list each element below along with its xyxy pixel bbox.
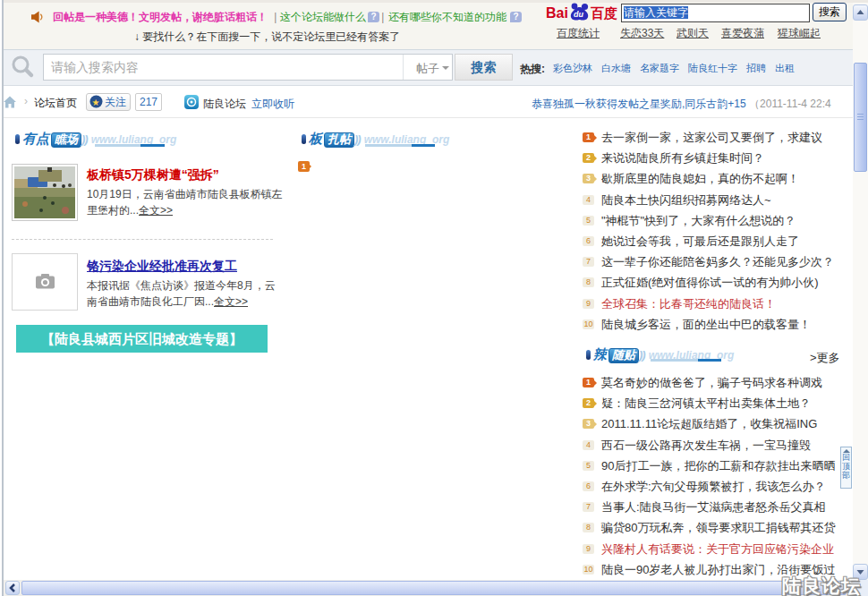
svg-text:du: du bbox=[574, 10, 583, 19]
svg-text:★: ★ bbox=[92, 98, 100, 107]
